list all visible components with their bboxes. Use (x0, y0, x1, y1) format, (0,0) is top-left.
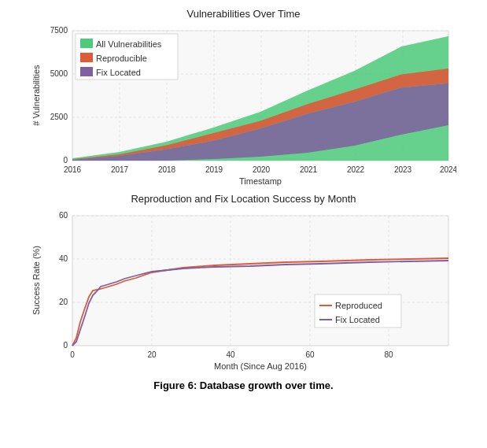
ytick-2500: 2500 (50, 113, 68, 121)
ytick-5000: 5000 (50, 69, 68, 78)
chart2-ylabel: Success Rate (%) (31, 246, 41, 315)
chart1-wrapper: 0 2500 5000 7500 2016 2017 2018 2019 202… (31, 23, 456, 188)
xtick2-0: 0 (70, 350, 75, 359)
chart1-title: Vulnerabilities Over Time (186, 8, 300, 20)
chart2-title: Reproduction and Fix Location Success by… (131, 193, 356, 205)
legend-fix-label2: Fix Located (335, 315, 380, 324)
xtick-2018: 2018 (157, 165, 175, 174)
xtick-2019: 2019 (205, 165, 223, 174)
xtick-2017: 2017 (110, 165, 128, 174)
legend-all-vuln-swatch (80, 39, 93, 48)
ytick2-60: 60 (58, 211, 68, 220)
ytick-7500: 7500 (50, 26, 68, 35)
xtick2-20: 20 (147, 350, 157, 359)
ytick2-0: 0 (63, 341, 68, 350)
ytick-0: 0 (63, 156, 68, 165)
chart2-svg: 0 20 40 60 0 20 40 60 80 Month (Since Au… (31, 208, 456, 373)
legend-fix-label: Fix Located (96, 68, 141, 77)
chart1-container: Vulnerabilities Over Time (16, 8, 471, 188)
legend-repro-swatch (80, 53, 93, 62)
xtick2-60: 60 (305, 350, 315, 359)
xtick-2016: 2016 (63, 165, 81, 174)
chart2-wrapper: 0 20 40 60 0 20 40 60 80 Month (Since Au… (31, 208, 456, 373)
legend-all-vuln-label: All Vulnerabilities (96, 39, 162, 49)
xtick-2024: 2024 (439, 165, 456, 174)
xtick2-80: 80 (384, 350, 393, 359)
legend-repro-label: Reproducible (96, 54, 147, 63)
chart1-xlabel: Timestamp (239, 176, 282, 186)
xtick-2020: 2020 (252, 165, 270, 174)
legend-fix-swatch (80, 67, 93, 76)
xtick2-40: 40 (226, 350, 235, 359)
chart1-ylabel: # Vulnerabilities (31, 65, 41, 126)
xtick-2023: 2023 (393, 165, 411, 174)
legend-repro-label2: Reproduced (335, 301, 382, 310)
ytick2-20: 20 (58, 298, 68, 306)
chart1-svg: 0 2500 5000 7500 2016 2017 2018 2019 202… (31, 23, 456, 188)
xtick-2021: 2021 (299, 165, 317, 174)
xtick-2022: 2022 (346, 165, 364, 174)
figure-caption: Figure 6: Database growth over time. (153, 380, 333, 391)
ytick2-40: 40 (58, 254, 68, 263)
chart2-xlabel: Month (Since Aug 2016) (213, 361, 306, 371)
chart2-container: Reproduction and Fix Location Success by… (16, 193, 471, 373)
